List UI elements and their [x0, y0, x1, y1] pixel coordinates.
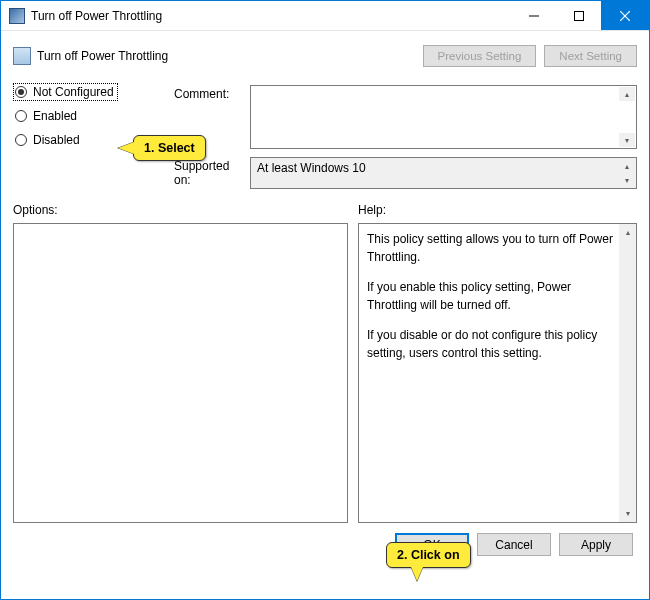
- titlebar: Turn off Power Throttling: [1, 1, 649, 31]
- window-title: Turn off Power Throttling: [31, 9, 511, 23]
- help-text: This policy setting allows you to turn o…: [367, 230, 616, 266]
- scroll-down-icon[interactable]: ▾: [619, 133, 635, 147]
- maximize-button[interactable]: [556, 1, 601, 30]
- scroll-down-icon[interactable]: ▾: [619, 505, 636, 522]
- policy-title: Turn off Power Throttling: [37, 49, 168, 63]
- radio-label: Disabled: [33, 133, 80, 147]
- supported-on-field: At least Windows 10 ▴ ▾: [250, 157, 637, 189]
- annotation-callout-2: 2. Click on: [386, 542, 471, 568]
- radio-label: Enabled: [33, 109, 77, 123]
- radio-not-configured[interactable]: Not Configured: [15, 85, 116, 99]
- scroll-up-icon[interactable]: ▴: [619, 224, 636, 241]
- options-pane: [13, 223, 348, 523]
- svg-rect-1: [574, 11, 583, 20]
- help-text: If you enable this policy setting, Power…: [367, 278, 616, 314]
- apply-button[interactable]: Apply: [559, 533, 633, 556]
- next-setting-button[interactable]: Next Setting: [544, 45, 637, 67]
- options-label: Options:: [13, 203, 358, 217]
- supported-label: Supported on:: [174, 157, 244, 189]
- comment-textarea[interactable]: ▴ ▾: [250, 85, 637, 149]
- scrollbar[interactable]: ▴ ▾: [619, 87, 635, 147]
- scrollbar[interactable]: ▴ ▾: [619, 159, 635, 187]
- help-text: If you disable or do not configure this …: [367, 326, 616, 362]
- radio-dot-icon: [15, 134, 27, 146]
- close-button[interactable]: [601, 1, 649, 30]
- supported-on-text: At least Windows 10: [257, 161, 366, 175]
- help-label: Help:: [358, 203, 637, 217]
- comment-label: Comment:: [174, 85, 244, 101]
- policy-icon: [13, 47, 31, 65]
- annotation-callout-1: 1. Select: [133, 135, 206, 161]
- previous-setting-button[interactable]: Previous Setting: [423, 45, 537, 67]
- scroll-up-icon[interactable]: ▴: [619, 159, 635, 173]
- minimize-button[interactable]: [511, 1, 556, 30]
- cancel-button[interactable]: Cancel: [477, 533, 551, 556]
- scrollbar[interactable]: ▴ ▾: [619, 224, 636, 522]
- scroll-up-icon[interactable]: ▴: [619, 87, 635, 101]
- radio-dot-icon: [15, 86, 27, 98]
- radio-label: Not Configured: [33, 85, 114, 99]
- app-icon: [9, 8, 25, 24]
- window-controls: [511, 1, 649, 30]
- radio-dot-icon: [15, 110, 27, 122]
- radio-enabled[interactable]: Enabled: [15, 109, 168, 123]
- scroll-track[interactable]: [619, 241, 636, 505]
- scroll-down-icon[interactable]: ▾: [619, 173, 635, 187]
- help-pane: This policy setting allows you to turn o…: [358, 223, 637, 523]
